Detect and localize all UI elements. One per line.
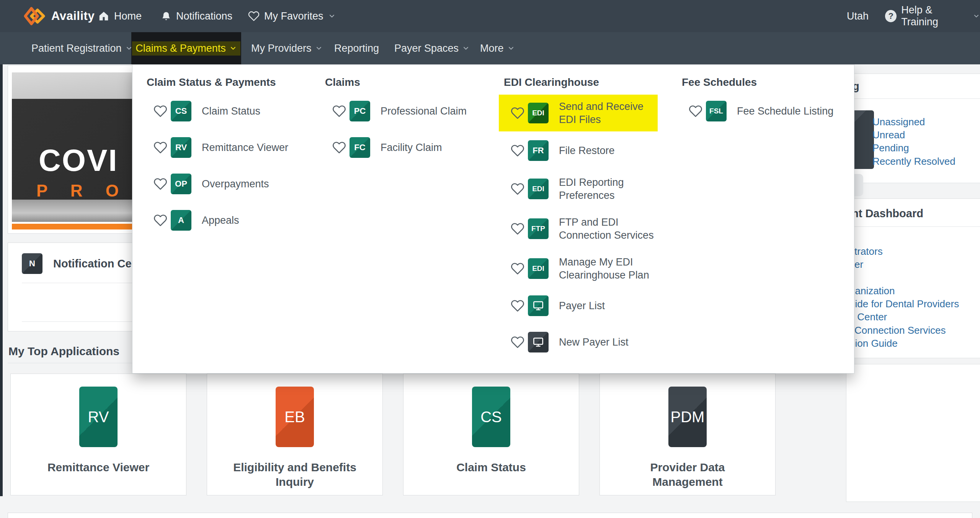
menu-item-new-payer-list[interactable]: New Payer List [511,332,629,352]
link-unread[interactable]: Unread [872,129,905,141]
favorite-heart-icon[interactable] [511,262,524,275]
menu-item-label: EDI Reporting Preferences [559,176,663,202]
account-dashboard-card: nt Dashboard t strators ser ganization u… [846,198,980,358]
menu-item-facility-claim[interactable]: FC Facility Claim [332,137,442,158]
link-recently-resolved[interactable]: Recently Resolved [872,156,956,167]
app-card-claim-status[interactable]: CS Claim Status [403,374,579,495]
dashboard-heading-partial: nt Dashboard [852,207,923,220]
chevron-down-icon [462,44,470,52]
dashboard-link[interactable]: s Center [849,311,887,323]
app-card-provider-data-management[interactable]: PDM Provider Data Management [599,374,776,495]
app-code-tile: FR [528,140,549,161]
favorite-heart-icon[interactable] [689,104,702,118]
availity-logo[interactable]: Availity [22,0,95,32]
menu-item-label: Facility Claim [381,141,442,154]
brand-name: Availity [51,9,95,23]
app-card-remittance-viewer[interactable]: RV Remittance Viewer [10,374,186,495]
dashboard-link[interactable]: uide for Dental Providers [849,298,959,310]
favorite-heart-icon[interactable] [511,299,524,313]
menu-item-appeals[interactable]: A Appeals [154,210,239,231]
tab-my-providers[interactable]: My Providers [251,32,323,64]
heart-icon [248,10,260,22]
menu-item-file-restore[interactable]: FR File Restore [511,140,615,161]
bottom-section-card [8,513,972,518]
nav-notifications-label: Notifications [176,10,232,22]
menu-item-claim-status[interactable]: CS Claim Status [154,101,260,121]
tab-payer-spaces[interactable]: Payer Spaces [394,32,470,64]
chevron-down-icon [229,44,237,52]
menu-item-fee-schedule-listing[interactable]: FSL Fee Schedule Listing [689,101,833,121]
app-code-tile: A [171,210,191,231]
favorite-heart-icon[interactable] [154,141,167,154]
nav-help-training[interactable]: ? Help & Training [885,0,980,32]
dashboard-link[interactable]: nion Guide [849,338,898,349]
favorite-heart-icon[interactable] [154,213,167,227]
banner-line1: COVI [39,143,118,178]
divider [846,226,980,227]
menu-item-label: Claim Status [202,105,260,118]
region-text: Utah [847,10,869,22]
nav-my-favorites[interactable]: My Favorites [248,0,336,32]
notification-center-tile[interactable]: N [22,253,42,274]
bell-icon [161,10,172,22]
menu-item-label: New Payer List [559,336,629,349]
availity-logo-icon [22,5,47,28]
tab-label: More [480,43,504,54]
menu-item-manage-my-edi-clearinghouse-plan[interactable]: EDI Manage My EDI Clearinghouse Plan [511,250,663,287]
menu-item-edi-reporting-preferences[interactable]: EDI EDI Reporting Preferences [511,170,663,207]
tab-label: My Providers [251,43,312,54]
menu-item-payer-list[interactable]: Payer List [511,295,605,316]
favorite-heart-icon[interactable] [332,104,346,118]
nav-my-favorites-label: My Favorites [264,10,323,22]
app-code-tile: EDI [528,179,549,199]
app-code-tile: FC [350,137,370,158]
menu-item-ftp-edi-connection-services[interactable]: FTP FTP and EDI Connection Services [511,210,663,247]
claims-payments-mega-menu: Claim Status & Payments Claims EDI Clear… [132,64,854,374]
menu-item-overpayments[interactable]: OP Overpayments [154,174,269,194]
menu-item-label: FTP and EDI Connection Services [559,216,663,242]
monitor-tile [528,295,549,316]
tab-patient-registration[interactable]: Patient Registration [31,32,133,64]
favorite-heart-icon[interactable] [511,144,524,157]
favorite-heart-icon[interactable] [332,141,346,154]
dashboard-link[interactable]: ganization [849,285,895,297]
favorite-heart-icon[interactable] [154,177,167,191]
menu-item-professional-claim[interactable]: PC Professional Claim [332,101,467,121]
app-code-tile: FSL [706,101,727,121]
favorite-heart-icon[interactable] [511,106,524,120]
messaging-tile[interactable] [852,110,874,169]
link-pending[interactable]: Pending [872,142,909,154]
monitor-tile [528,332,549,352]
app-label: Eligibility and Benefits Inquiry [230,460,359,489]
chevron-down-icon [507,44,515,52]
favorite-heart-icon[interactable] [511,335,524,349]
tab-claims-payments[interactable]: Claims & Payments [131,32,241,64]
dashboard-link[interactable]: l Connection Services [849,325,946,336]
link-unassigned[interactable]: Unassigned [872,116,925,128]
menu-item-label: Manage My EDI Clearinghouse Plan [559,256,663,282]
dashboard-link[interactable]: strators [849,246,883,257]
tab-reporting[interactable]: Reporting [334,32,379,64]
tab-more[interactable]: More [480,32,515,64]
home-icon [98,10,109,22]
nav-notifications[interactable]: Notifications [161,0,232,32]
app-label: Remittance Viewer [18,460,178,475]
app-code-tile: FTP [528,218,549,239]
menu-col-heading: Claim Status & Payments [147,76,276,89]
menu-item-remittance-viewer[interactable]: RV Remittance Viewer [154,137,288,158]
nav-home[interactable]: Home [98,0,142,32]
favorite-heart-icon[interactable] [154,104,167,118]
app-tile: RV [79,387,118,447]
menu-item-send-receive-edi-files[interactable]: EDI Send and Receive EDI Files [511,95,663,131]
left-edge-strip [0,64,3,496]
favorite-heart-icon[interactable] [511,222,524,236]
tab-label: Claims & Payments [136,43,226,54]
nav-help-label: Help & Training [901,4,968,28]
chevron-down-icon [328,12,336,20]
app-code-tile: PC [350,101,370,121]
app-card-eligibility-benefits[interactable]: EB Eligibility and Benefits Inquiry [207,374,383,495]
my-top-applications-heading: My Top Applications [8,345,119,358]
favorite-heart-icon[interactable] [511,182,524,196]
chevron-down-icon [315,44,323,52]
app-code-tile: EDI [528,103,549,123]
